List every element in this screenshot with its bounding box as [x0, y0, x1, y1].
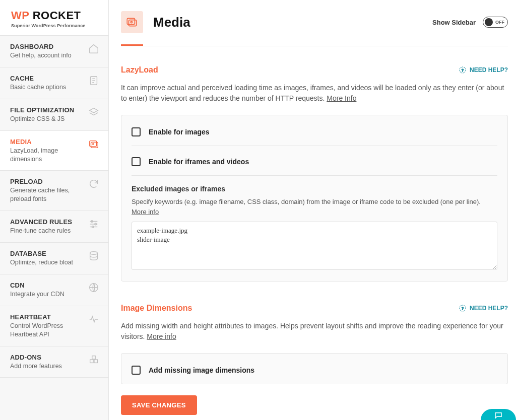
sidebar-item-title: ADVANCED RULES	[10, 218, 88, 226]
excluded-title: Excluded images or iframes	[132, 185, 497, 193]
chat-widget[interactable]	[481, 409, 516, 420]
logo-title: WP ROCKET	[11, 9, 99, 22]
svg-text:?: ?	[462, 306, 464, 311]
file-icon	[88, 75, 99, 86]
lazyload-title: LazyLoad	[121, 65, 158, 75]
logo-rocket: ROCKET	[29, 9, 81, 22]
excluded-more-info-link[interactable]: More info	[132, 208, 159, 216]
page-header: Media Show Sidebar OFF	[121, 0, 508, 33]
sidebar-item-desc: Control WordPress Heartbeat API	[10, 322, 88, 339]
section-header-lazyload: LazyLoad ? NEED HELP?	[121, 65, 508, 75]
globe-icon	[88, 282, 99, 293]
sidebar-item-desc: Basic cache options	[10, 83, 88, 92]
svg-rect-16	[90, 360, 93, 363]
section-header-dimensions: Image Dimensions ? NEED HELP?	[121, 304, 508, 313]
dimensions-title: Image Dimensions	[121, 304, 192, 313]
add-missing-label: Add missing image dimensions	[149, 366, 254, 374]
lazyload-help-link[interactable]: ? NEED HELP?	[459, 66, 508, 74]
sidebar-item-title: HEARTBEAT	[10, 313, 88, 321]
save-button[interactable]: SAVE CHANGES	[121, 395, 197, 415]
show-sidebar-label: Show Sidebar	[432, 19, 476, 26]
layers-icon	[88, 107, 99, 118]
lazyload-panel: Enable for images Enable for iframes and…	[121, 115, 508, 282]
help-icon: ?	[459, 304, 467, 312]
dimensions-more-info-link[interactable]: More info	[147, 332, 176, 340]
sidebar-item-title: PRELOAD	[10, 178, 88, 185]
enable-iframes-row: Enable for iframes and videos	[132, 155, 497, 176]
enable-images-row: Enable for images	[132, 125, 497, 146]
chat-icon	[492, 411, 504, 420]
svg-rect-18	[92, 356, 95, 359]
sidebar-item-desc: LazyLoad, image dimensions	[10, 147, 88, 164]
home-icon	[88, 43, 99, 54]
dimensions-help-link[interactable]: ? NEED HELP?	[459, 304, 508, 312]
sliders-icon	[88, 219, 99, 230]
dimensions-panel: Add missing image dimensions	[121, 353, 508, 384]
sidebar-item-desc: Generate cache files, preload fonts	[10, 186, 88, 203]
logo-wp: WP	[11, 9, 29, 22]
sidebar-item-database[interactable]: DATABASE Optimize, reduce bloat	[0, 243, 108, 274]
toggle-off-text: OFF	[495, 20, 504, 25]
svg-point-7	[93, 143, 94, 145]
sidebar-item-file-optimization[interactable]: FILE OPTIMIZATION Optimize CSS & JS	[0, 99, 108, 131]
svg-text:?: ?	[462, 68, 464, 73]
sidebar-item-dashboard[interactable]: DASHBOARD Get help, account info	[0, 36, 108, 67]
sidebar-item-desc: Add more features	[10, 362, 88, 371]
sidebar-item-title: CACHE	[10, 75, 88, 82]
enable-images-label: Enable for images	[149, 128, 210, 136]
sidebar-item-preload[interactable]: PRELOAD Generate cache files, preload fo…	[0, 171, 108, 211]
sidebar-item-desc: Fine-tune cache rules	[10, 227, 88, 235]
main-content: Media Show Sidebar OFF LazyLoad ? NEED H…	[109, 0, 516, 420]
lazyload-desc: It can improve actual and perceived load…	[121, 83, 508, 104]
enable-images-checkbox[interactable]	[132, 127, 141, 136]
media-icon	[88, 138, 99, 150]
excluded-textarea[interactable]	[132, 222, 497, 270]
page-title: Media	[153, 15, 190, 30]
sidebar-item-title: DASHBOARD	[10, 43, 88, 50]
sidebar-item-title: ADD-ONS	[10, 354, 88, 361]
page-media-icon	[121, 11, 143, 33]
svg-marker-4	[90, 108, 98, 113]
sidebar-item-desc: Optimize, reduce bloat	[10, 258, 88, 267]
sidebar-item-advanced-rules[interactable]: ADVANCED RULES Fine-tune cache rules	[0, 211, 108, 243]
dimensions-desc: Add missing width and height attributes …	[121, 321, 508, 342]
heartbeat-icon	[88, 314, 99, 325]
sidebar-item-title: DATABASE	[10, 250, 88, 257]
svg-point-21	[131, 21, 132, 23]
sidebar-item-title: FILE OPTIMIZATION	[10, 106, 88, 114]
sidebar-item-addons[interactable]: ADD-ONS Add more features	[0, 346, 108, 378]
sidebar-item-cache[interactable]: CACHE Basic cache options	[0, 67, 108, 99]
add-missing-row: Add missing image dimensions	[132, 364, 497, 375]
sidebar-item-desc: Optimize CSS & JS	[10, 115, 88, 123]
sidebar-item-title: CDN	[10, 282, 88, 289]
toggle-knob	[485, 18, 493, 26]
lazyload-more-info-link[interactable]: More Info	[327, 94, 356, 102]
header-divider	[121, 46, 508, 46]
refresh-icon	[88, 178, 99, 189]
sidebar-item-heartbeat[interactable]: HEARTBEAT Control WordPress Heartbeat AP…	[0, 306, 108, 346]
sidebar-item-media[interactable]: MEDIA LazyLoad, image dimensions	[0, 131, 108, 171]
sidebar: WP ROCKET Superior WordPress Performance…	[0, 0, 109, 420]
excluded-desc: Specify keywords (e.g. image filename, C…	[132, 197, 497, 217]
logo-tagline: Superior WordPress Performance	[11, 23, 99, 28]
svg-point-14	[90, 252, 98, 255]
help-label: NEED HELP?	[470, 66, 508, 74]
svg-rect-20	[129, 20, 137, 26]
sidebar-item-desc: Get help, account info	[10, 51, 88, 60]
boxes-icon	[88, 354, 99, 365]
sidebar-item-title: MEDIA	[10, 138, 88, 146]
sidebar-item-desc: Integrate your CDN	[10, 290, 88, 299]
help-label: NEED HELP?	[470, 305, 508, 312]
show-sidebar-toggle[interactable]: OFF	[483, 17, 508, 28]
enable-iframes-label: Enable for iframes and videos	[149, 158, 249, 166]
enable-iframes-checkbox[interactable]	[132, 157, 141, 166]
help-icon: ?	[459, 66, 467, 74]
add-missing-checkbox[interactable]	[132, 366, 141, 375]
sidebar-item-cdn[interactable]: CDN Integrate your CDN	[0, 274, 108, 306]
database-icon	[88, 250, 99, 261]
logo-area: WP ROCKET Superior WordPress Performance	[0, 0, 108, 36]
svg-rect-17	[94, 360, 97, 363]
